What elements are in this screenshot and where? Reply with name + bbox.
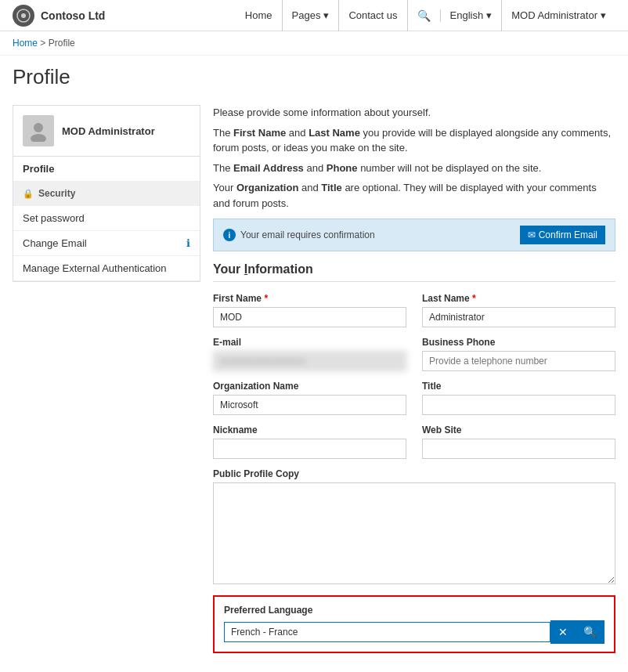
business-phone-input[interactable] — [422, 351, 615, 371]
breadcrumb-home[interactable]: Home — [13, 38, 38, 49]
profile-form: First Name * Last Name * E-mail Business… — [213, 293, 615, 584]
sidebar-nav: Profile 🔒 Security Set password Change E… — [13, 157, 200, 282]
public-profile-label: Public Profile Copy — [213, 468, 615, 479]
email-group: E-mail — [213, 337, 406, 371]
email-confirmation-banner: i Your email requires confirmation ✉ Con… — [213, 219, 615, 251]
brand-name: Contoso Ltd — [41, 9, 105, 22]
sidebar-username: MOD Administrator — [62, 125, 155, 137]
public-profile-group: Public Profile Copy — [213, 468, 615, 584]
sidebar-item-set-password[interactable]: Set password — [13, 206, 200, 231]
preferred-language-input[interactable] — [224, 622, 550, 642]
main-nav: Home Pages ▾ Contact us 🔍 English ▾ MOD … — [236, 0, 615, 31]
banner-message-text: Your email requires confirmation — [240, 229, 375, 240]
org-name-group: Organization Name — [213, 381, 406, 415]
sidebar-security-header: 🔒 Security — [13, 182, 200, 206]
breadcrumb-current: Profile — [49, 38, 75, 49]
brand-logo — [13, 5, 34, 27]
business-phone-group: Business Phone — [422, 337, 615, 371]
nickname-group: Nickname — [213, 425, 406, 459]
confirm-email-button[interactable]: ✉ Confirm Email — [520, 226, 605, 244]
org-name-input[interactable] — [213, 395, 406, 415]
first-name-input[interactable] — [213, 307, 406, 327]
email-input[interactable] — [213, 351, 406, 371]
email-bold: Email Address — [233, 162, 304, 174]
title-input[interactable] — [422, 395, 615, 415]
svg-point-1 — [21, 13, 26, 18]
preferred-language-label: Preferred Language — [224, 605, 605, 616]
sidebar-user-card: MOD Administrator — [13, 105, 200, 157]
title-bold: Title — [321, 182, 342, 193]
title-label: Title — [422, 381, 615, 392]
public-profile-textarea[interactable] — [213, 482, 615, 584]
info-circle-icon: i — [223, 229, 236, 241]
info-icon: ℹ — [186, 237, 190, 249]
first-name-group: First Name * — [213, 293, 406, 327]
website-label: Web Site — [422, 425, 615, 435]
nav-contact[interactable]: Contact us — [339, 0, 407, 31]
sidebar-item-external-auth[interactable]: Manage External Authentication — [13, 256, 200, 281]
nav-language[interactable]: English ▾ — [441, 0, 503, 31]
chevron-down-icon: ▾ — [323, 0, 329, 31]
title-group: Title — [422, 381, 615, 415]
clear-language-button[interactable]: ✕ — [550, 620, 576, 644]
breadcrumb-separator: > — [40, 38, 45, 49]
main-container: MOD Administrator Profile 🔒 Security Set… — [0, 92, 628, 666]
intro-1: Please provide some information about yo… — [213, 105, 615, 121]
first-name-bold: First Name — [233, 127, 286, 139]
chevron-down-icon: ▾ — [486, 0, 492, 31]
first-name-label: First Name * — [213, 293, 406, 304]
website-input[interactable] — [422, 439, 615, 459]
search-language-button[interactable]: 🔍 — [576, 620, 605, 644]
svg-point-3 — [31, 134, 46, 142]
top-nav: Contoso Ltd Home Pages ▾ Contact us 🔍 En… — [0, 0, 628, 31]
svg-point-2 — [34, 123, 43, 132]
content-area: Please provide some information about yo… — [213, 105, 615, 653]
intro-4: Your Organization and Title are optional… — [213, 180, 615, 211]
page-title: Profile — [0, 56, 628, 92]
last-name-input[interactable] — [422, 307, 615, 327]
chevron-down-icon: ▾ — [601, 0, 606, 31]
preferred-language-input-row: ✕ 🔍 — [224, 620, 605, 644]
sidebar: MOD Administrator Profile 🔒 Security Set… — [13, 105, 200, 653]
intro-2: The First Name and Last Name you provide… — [213, 125, 615, 156]
last-name-label: Last Name * — [422, 293, 615, 304]
business-phone-label: Business Phone — [422, 337, 615, 348]
website-group: Web Site — [422, 425, 615, 459]
nav-pages[interactable]: Pages ▾ — [283, 0, 340, 31]
intro-3: The Email Address and Phone number will … — [213, 161, 615, 176]
banner-message-left: i Your email requires confirmation — [223, 229, 375, 241]
email-label: E-mail — [213, 337, 406, 348]
section-title-your-info: Your Information — [213, 262, 615, 282]
nickname-input[interactable] — [213, 439, 406, 459]
preferred-language-section: Preferred Language ✕ 🔍 — [213, 595, 615, 653]
sidebar-item-change-email[interactable]: Change Email ℹ — [13, 231, 200, 256]
avatar — [23, 115, 54, 146]
org-bold: Organization — [236, 182, 298, 193]
last-name-group: Last Name * — [422, 293, 615, 327]
search-icon[interactable]: 🔍 — [408, 9, 441, 22]
org-name-label: Organization Name — [213, 381, 406, 392]
lock-icon: 🔒 — [23, 189, 34, 199]
brand: Contoso Ltd — [13, 5, 105, 27]
nav-home[interactable]: Home — [236, 0, 283, 31]
sidebar-item-profile[interactable]: Profile — [13, 157, 200, 182]
breadcrumb: Home > Profile — [0, 31, 628, 56]
phone-bold: Phone — [327, 162, 358, 174]
last-name-bold: Last Name — [309, 127, 360, 139]
nickname-label: Nickname — [213, 425, 406, 435]
nav-user[interactable]: MOD Administrator ▾ — [502, 0, 615, 31]
